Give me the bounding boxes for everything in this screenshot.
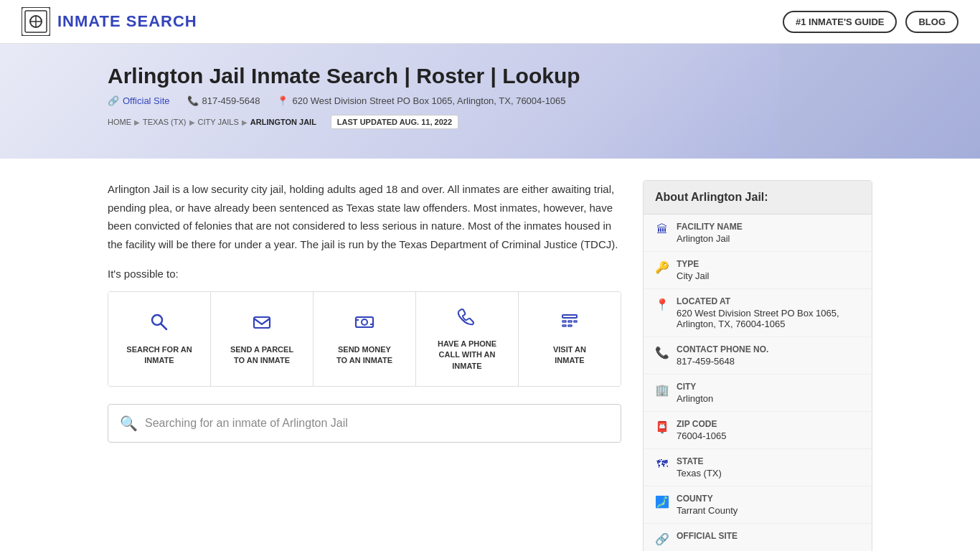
- phone-number: 817-459-5648: [202, 95, 260, 106]
- breadcrumb-state[interactable]: TEXAS (TX): [143, 118, 187, 126]
- zip-value: 76004-1065: [677, 430, 726, 441]
- official-site-label[interactable]: Official Site: [123, 95, 170, 106]
- page-title: Arlington Jail Inmate Search | Roster | …: [108, 64, 958, 88]
- svg-rect-15: [574, 321, 577, 322]
- visit-label: VISIT ANINMATE: [553, 344, 586, 367]
- county-label: County: [677, 494, 738, 504]
- zip-label: ZIP Code: [677, 419, 726, 429]
- located-value: 620 West Division Street PO Box 1065, Ar…: [677, 308, 860, 329]
- located-label: Located At: [677, 296, 860, 306]
- parcel-label: SEND A PARCELTO AN INMATE: [230, 344, 293, 367]
- header: INMATE SEARCH #1 INMATE'S GUIDE BLOG: [0, 0, 980, 44]
- action-visit[interactable]: VISIT ANINMATE: [519, 292, 621, 386]
- visit-icon: [560, 312, 580, 337]
- sidebar-row-zip: 📮 ZIP Code 76004-1065: [644, 412, 872, 449]
- type-icon: 🔑: [655, 260, 669, 274]
- svg-rect-12: [562, 315, 577, 318]
- svg-point-9: [362, 319, 367, 325]
- sidebar-title: About Arlington Jail:: [644, 181, 872, 215]
- svg-rect-17: [568, 325, 572, 326]
- svg-rect-13: [562, 321, 566, 322]
- action-cards: SEARCH FOR ANINMATE SEND A PARCELTO AN I…: [108, 291, 621, 387]
- money-icon: [354, 312, 374, 337]
- sidebar-row-facility: 🏛 Facility Name Arlington Jail: [644, 215, 872, 252]
- breadcrumb: HOME ▶ TEXAS (TX) ▶ CITY JAILS ▶ ARLINGT…: [108, 115, 958, 129]
- svg-rect-14: [568, 321, 572, 322]
- phone-meta: 📞 817-459-5648: [187, 95, 260, 106]
- sidebar-row-phone: 📞 Contact Phone No. 817-459-5648: [644, 337, 872, 375]
- search-label: SEARCH FOR ANINMATE: [126, 344, 192, 367]
- breadcrumb-home[interactable]: HOME: [108, 118, 131, 126]
- guide-button[interactable]: #1 INMATE'S GUIDE: [783, 11, 897, 33]
- search-box[interactable]: 🔍 Searching for an inmate of Arlington J…: [108, 404, 621, 443]
- official-site-link[interactable]: 🔗 Official Site: [108, 95, 170, 106]
- sidebar-row-located: 📍 Located At 620 West Division Street PO…: [644, 289, 872, 337]
- blog-button[interactable]: BLOG: [905, 11, 958, 33]
- description-text: Arlington Jail is a low security city ja…: [108, 180, 621, 253]
- sidebar: About Arlington Jail: 🏛 Facility Name Ar…: [643, 180, 872, 551]
- search-box-icon: 🔍: [120, 415, 138, 432]
- hero-meta: 🔗 Official Site 📞 817-459-5648 📍 620 Wes…: [108, 95, 958, 106]
- address-text: 620 West Division Street PO Box 1065, Ar…: [292, 95, 565, 106]
- action-money[interactable]: SEND MONEYTO AN INMATE: [314, 292, 416, 386]
- city-label: City: [677, 382, 713, 392]
- breadcrumb-sep-1: ▶: [134, 118, 140, 126]
- official-site-label-sidebar: Official Site: [677, 531, 738, 541]
- hero-section: Arlington Jail Inmate Search | Roster | …: [0, 44, 980, 159]
- sidebar-row-state: 🗺 State Texas (TX): [644, 449, 872, 486]
- state-value: Texas (TX): [677, 468, 722, 479]
- link-icon: 🔗: [108, 95, 119, 106]
- address-meta: 📍 620 West Division Street PO Box 1065, …: [277, 95, 565, 106]
- site-title: INMATE SEARCH: [57, 12, 197, 31]
- search-box-placeholder: Searching for an inmate of Arlington Jai…: [145, 417, 348, 430]
- main-content: Arlington Jail is a low security city ja…: [108, 180, 643, 443]
- city-value: Arlington: [677, 393, 713, 404]
- logo-icon: [22, 7, 50, 36]
- phone-label-sidebar: Contact Phone No.: [677, 344, 768, 354]
- sidebar-row-official: 🔗 Official Site: [644, 524, 872, 551]
- location-icon: 📍: [655, 298, 669, 311]
- state-icon: 🗺: [655, 458, 669, 471]
- svg-rect-7: [254, 317, 270, 328]
- svg-line-6: [161, 324, 167, 329]
- city-icon: 🏢: [655, 383, 669, 397]
- official-site-icon: 🔗: [655, 532, 669, 546]
- money-label: SEND MONEYTO AN INMATE: [336, 344, 392, 367]
- zip-icon: 📮: [655, 420, 669, 434]
- building-icon: 🏛: [655, 223, 669, 236]
- sidebar-row-county: 🗾 County Tarrant County: [644, 486, 872, 524]
- header-nav: #1 INMATE'S GUIDE BLOG: [783, 11, 958, 33]
- action-search[interactable]: SEARCH FOR ANINMATE: [108, 292, 211, 386]
- facility-label: Facility Name: [677, 222, 743, 232]
- last-updated-badge: LAST UPDATED AUG. 11, 2022: [331, 115, 458, 129]
- action-phone[interactable]: HAVE A PHONECALL WITH ANINMATE: [416, 292, 519, 386]
- type-value: City Jail: [677, 270, 710, 281]
- action-parcel[interactable]: SEND A PARCELTO AN INMATE: [211, 292, 314, 386]
- phone-label: HAVE A PHONECALL WITH ANINMATE: [438, 339, 496, 372]
- phone-value: 817-459-5648: [677, 356, 768, 367]
- type-label: Type: [677, 259, 710, 269]
- svg-rect-16: [562, 325, 566, 326]
- logo-area: INMATE SEARCH: [22, 7, 197, 36]
- breadcrumb-category[interactable]: CITY JAILS: [198, 118, 239, 126]
- breadcrumb-sep-3: ▶: [242, 118, 248, 126]
- state-label: State: [677, 456, 722, 466]
- county-value: Tarrant County: [677, 505, 738, 516]
- breadcrumb-current: ARLINGTON JAIL: [250, 118, 316, 126]
- phone-call-icon: [457, 306, 477, 331]
- address-icon: 📍: [277, 95, 288, 106]
- facility-value: Arlington Jail: [677, 233, 743, 244]
- parcel-icon: [252, 312, 272, 337]
- contact-phone-icon: 📞: [655, 346, 669, 359]
- sidebar-row-city: 🏢 City Arlington: [644, 375, 872, 412]
- possible-title: It's possible to:: [108, 268, 621, 280]
- main-layout: Arlington Jail is a low security city ja…: [0, 159, 980, 551]
- breadcrumb-sep-2: ▶: [189, 118, 195, 126]
- county-icon: 🗾: [655, 495, 669, 509]
- sidebar-row-type: 🔑 Type City Jail: [644, 252, 872, 289]
- search-icon: [149, 312, 169, 337]
- phone-icon: 📞: [187, 95, 199, 106]
